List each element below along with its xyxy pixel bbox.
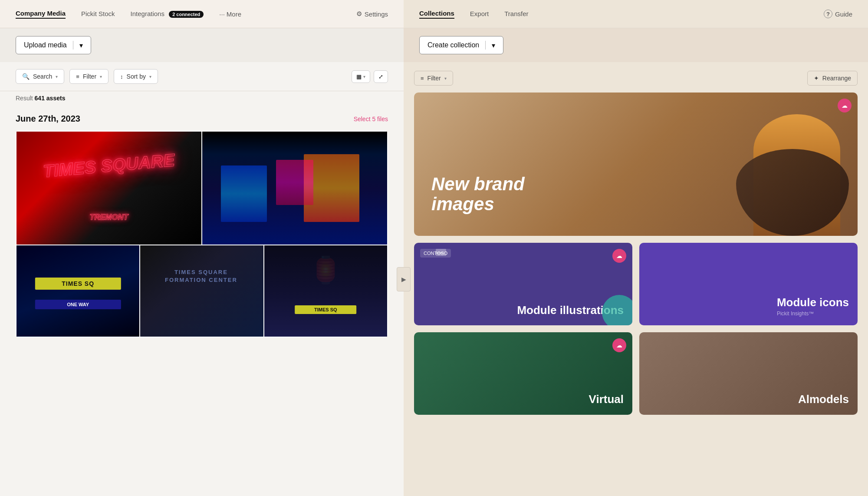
card-content-module-icons: Module icons Pickit Insights™ [777,296,849,317]
thumbnail-inner: TIMES SQ ONE WAY [16,245,139,337]
create-collection-button[interactable]: Create collection ▾ [419,36,503,54]
tab-integrations[interactable]: Integrations 2 connected [131,10,204,18]
cloud-badge: ☁ [838,99,852,112]
guide-icon: ? [824,10,832,18]
filter-label: Filter [83,73,96,80]
upload-media-button[interactable]: Upload media ▾ [16,36,91,54]
cloud-icon: ☁ [616,342,622,349]
expand-view-button[interactable]: ⤢ [374,70,388,83]
filter-icon: ≡ [76,73,79,80]
sign-text-2: ONE WAY [37,302,118,307]
neon-overlay-text: Times Square [43,151,176,180]
toolbar-left: Upload media ▾ [0,28,404,62]
billboard-sim2 [221,165,267,222]
filter-right-button[interactable]: ≡ Filter ▾ [414,71,453,86]
card-title-new-brand: New brandimages [431,174,525,214]
sort-by-button[interactable]: ↕ Sort by ▾ [114,69,158,84]
cloud-icon: ☁ [842,102,848,109]
media-thumbnail[interactable]: TIMES SQ ONE WAY [16,245,139,337]
media-thumbnail[interactable]: Times Square Tremont [16,132,201,245]
icon-bar2 [436,252,444,254]
collection-card-module-icons[interactable]: Module icons Pickit Insights™ [639,243,858,325]
filter-button[interactable]: ≡ Filter ▾ [69,69,108,84]
more-menu-button[interactable]: ··· More [219,10,241,18]
grid-view-button[interactable]: ▦ ▾ [352,70,370,83]
collection-card-module-illustrations[interactable]: CONTOSO ☁ Module illustrations [414,243,632,325]
result-count: Result 641 assets [0,91,404,107]
teal-circle-decoration [602,295,632,325]
card-content-virtual: Virtual [589,393,624,406]
toolbar-right: Create collection ▾ [404,28,868,62]
collections-grid: New brandimages ☁ CONTOSO ☁ [414,93,858,415]
settings-label: Settings [365,10,388,18]
main-content: 🔍 Search ▾ ≡ Filter ▾ ↕ Sort by ▾ ▦ ▾ [0,62,868,496]
bean-bag [736,149,849,236]
view-toggle: ▦ ▾ ⤢ [352,70,388,83]
street-sign: TIMES SQ [35,278,121,290]
tab-export[interactable]: Export [470,10,489,18]
sort-icon: ↕ [120,73,123,80]
settings-icon: ⚙ [356,10,362,18]
filter-right-icon: ≡ [421,75,424,82]
right-panel: ≡ Filter ▾ ✦ Rearrange [404,62,868,496]
thumbnail-inner: TIMES SQUAREFORMATION CENTER [140,245,263,337]
tab-pickit-stock[interactable]: Pickit Stock [81,10,115,18]
times-sq-sign: TIMES SQ [295,305,356,314]
settings-button[interactable]: ⚙ Settings [356,10,388,18]
thumbnail-overlay [140,245,263,337]
filter-chevron-icon: ▾ [100,74,102,79]
result-count-value: 641 assets [35,95,66,102]
card-background: Almodels [639,332,858,415]
rearrange-label: Rearrange [822,75,851,82]
filter-bar: 🔍 Search ▾ ≡ Filter ▾ ↕ Sort by ▾ ▦ ▾ [0,62,404,91]
expand-icon: ⤢ [378,73,383,80]
media-grid-bottom-row: TIMES SQ ONE WAY TIMES SQUAREFORMATION C… [16,245,387,337]
tab-collections[interactable]: Collections [419,10,454,19]
create-collection-chevron-icon: ▾ [492,41,495,50]
integrations-badge: 2 connected [169,11,204,18]
toolbar-row: Upload media ▾ Create collection ▾ [0,28,868,62]
upload-media-label: Upload media [24,41,67,49]
bean-bag-shape [736,149,849,236]
media-thumbnail[interactable] [202,132,387,245]
lamp-post: 🏮 [309,255,342,285]
media-grid-top-row: Times Square Tremont [16,132,387,245]
media-thumbnail[interactable]: TIMES SQ 🏮 [264,245,387,337]
cloud-icon: ☁ [616,252,622,259]
media-thumbnail[interactable]: TIMES SQUAREFORMATION CENTER [140,245,263,337]
collection-card-virtual[interactable]: ☁ Virtual [414,332,632,415]
search-button[interactable]: 🔍 Search ▾ [16,69,64,84]
more-label: More [227,10,241,18]
collection-card-almodels[interactable]: Almodels [639,332,858,415]
filter-right-label: Filter [427,75,441,82]
collapse-panel-button[interactable]: ▶ [397,267,411,291]
search-label: Search [33,73,52,80]
more-dots-icon: ··· [219,10,225,18]
search-icon: 🔍 [22,73,30,80]
grid-icon: ▦ [356,73,362,80]
upload-chevron-icon: ▾ [79,41,83,50]
info-center-text: TIMES SQUAREFORMATION CENTER [165,268,237,284]
card-content-almodels: Almodels [798,393,849,406]
result-text: Result [16,95,33,102]
tab-transfer[interactable]: Transfer [504,10,528,18]
filter-bar-right: ≡ Filter ▾ ✦ Rearrange [414,71,858,86]
guide-label: Guide [835,10,852,18]
top-navigation: Company Media Pickit Stock Integrations … [0,0,868,28]
card-background: New brandimages ☁ [414,93,858,236]
cloud-badge: ☁ [612,338,626,352]
guide-button[interactable]: ? Guide [824,10,852,18]
left-panel: 🔍 Search ▾ ≡ Filter ▾ ↕ Sort by ▾ ▦ ▾ [0,62,404,496]
section-header: June 27th, 2023 Select 5 files [16,107,388,124]
thumbnail-inner: TIMES SQ 🏮 [264,245,387,337]
nav-left: Company Media Pickit Stock Integrations … [0,0,404,28]
select-files-link[interactable]: Select 5 files [354,116,388,122]
view-chevron-icon: ▾ [363,74,365,79]
neon-overlay-sub: Tremont [90,213,128,222]
media-section: June 27th, 2023 Select 5 files Times Squ… [0,107,404,496]
tab-company-media[interactable]: Company Media [16,10,66,19]
media-grid: Times Square Tremont [16,131,388,337]
rearrange-button[interactable]: ✦ Rearrange [807,71,858,86]
collection-card-new-brand[interactable]: New brandimages ☁ [414,93,858,236]
sort-by-label: Sort by [127,73,146,80]
